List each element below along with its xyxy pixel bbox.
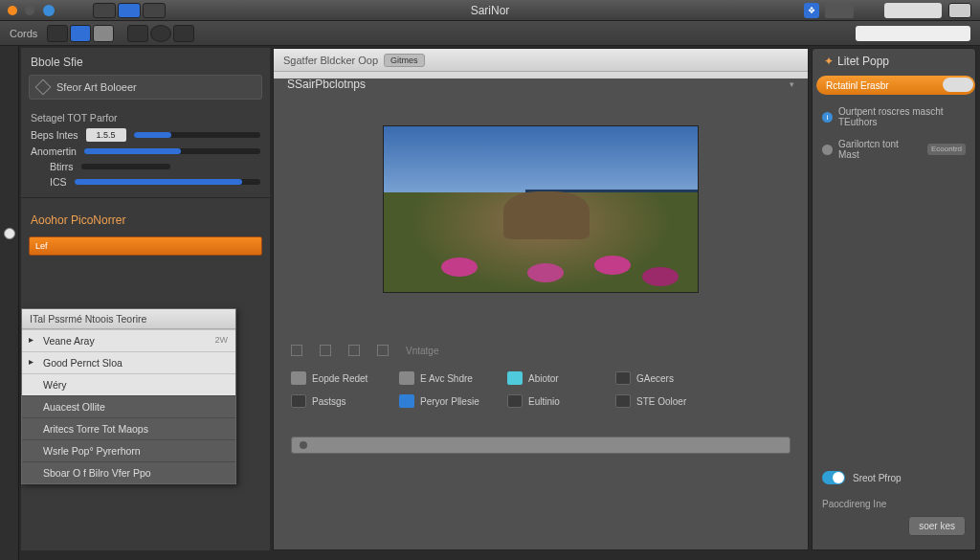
footer-text: Paocdireng Ine	[822, 499, 886, 509]
option-label: Garilortcn tont Mast	[838, 139, 922, 160]
action-button[interactable]: Abiotor	[507, 371, 598, 385]
window-dot-icon	[25, 6, 34, 15]
action-icon	[507, 371, 523, 385]
action-button[interactable]: Eultinio	[507, 394, 598, 408]
switch-label: Sreot Pfrop	[853, 473, 902, 483]
action-button[interactable]: Eopde Redet	[291, 371, 382, 385]
action-label: Eultinio	[528, 396, 560, 407]
option-label: Ourtpent roscres mascht TEuthors	[838, 106, 966, 127]
param-label: ICS	[50, 176, 67, 188]
param-row: Btirrs	[21, 159, 270, 174]
field-label: Sfeor Art Boloeer	[56, 81, 137, 93]
view-mode-button[interactable]	[93, 3, 116, 18]
progress-bar[interactable]	[291, 437, 791, 454]
action-icon	[615, 371, 631, 385]
vertical-ruler	[0, 46, 19, 560]
collapse-icon[interactable]: ▾	[790, 79, 794, 89]
header-chip[interactable]: Gitmes	[384, 54, 425, 67]
dropdown-item[interactable]: Sboar O f Bilro Vfer Ppo	[22, 461, 235, 483]
action-icon	[507, 394, 523, 408]
tool-button[interactable]	[127, 25, 148, 42]
right-panel-header: ✦ Litet Popp	[813, 49, 975, 74]
option-chip[interactable]: Ecoontrd	[927, 144, 966, 155]
action-icon	[615, 394, 631, 408]
tool-icon[interactable]	[377, 345, 389, 356]
action-label: GAecers	[636, 373, 674, 384]
tag-label: Rctatinl Erasbr	[826, 80, 889, 91]
toolbar-label: Vntatge	[406, 346, 438, 356]
preview-image[interactable]	[383, 125, 699, 293]
dropdown-item[interactable]: Wéry	[22, 373, 235, 395]
action-button[interactable]: Peryor Pllesie	[399, 394, 490, 408]
param-row: Beps Intes 1.5.5	[21, 126, 270, 144]
dropdown-item[interactable]: Good Pernct Sloa	[22, 351, 235, 373]
param-label: Beps Intes	[31, 129, 78, 141]
dropdown-item[interactable]: Wsrle Pop° Pyrerhorn	[22, 439, 235, 461]
action-icon	[399, 394, 414, 408]
account-pill[interactable]	[884, 3, 942, 18]
value-box[interactable]: 1.5.5	[86, 128, 126, 142]
dropdown-menu: ITal Pssrmé Ntoois Teorire Veane Aray2WG…	[21, 308, 236, 484]
view-mode-button[interactable]	[143, 3, 166, 18]
tool-icon[interactable]	[348, 345, 360, 356]
center-header: Sgatfer Bldcker Oop Gitmes	[274, 49, 808, 72]
status-badge-icon[interactable]: ❖	[804, 3, 819, 18]
window-dot-icon	[8, 6, 17, 15]
param-label: Btirrs	[50, 161, 74, 172]
ruler-knob[interactable]	[4, 228, 15, 239]
action-label: Pastsgs	[312, 396, 346, 407]
dropdown-item[interactable]: Aritecs Torre Tot Maops	[22, 417, 235, 439]
param-row: Anomertin	[21, 144, 270, 159]
tool-button[interactable]	[93, 25, 114, 42]
tool-button[interactable]	[47, 25, 68, 42]
center-subheader: SSairPbclotnps ▾	[274, 72, 808, 97]
dot-icon	[822, 145, 833, 155]
action-button[interactable]: STE Ooloer	[615, 394, 706, 408]
tool-icon[interactable]	[291, 345, 302, 356]
preset-strip[interactable]: Lef	[29, 236, 262, 256]
action-button[interactable]: E Avc Shdre	[399, 371, 490, 385]
action-label: Peryor Pllesie	[420, 396, 479, 407]
tool-button[interactable]	[150, 25, 171, 42]
app-icon	[42, 4, 56, 17]
dropdown-item[interactable]: Veane Aray2W	[22, 329, 235, 351]
action-icon	[291, 371, 306, 385]
titlebar: SariNor ❖	[0, 0, 980, 21]
option-row: i Ourtpent roscres mascht TEuthors	[813, 101, 975, 133]
subheader-text: SSairPbclotnps	[287, 78, 366, 91]
toolbar-label: Cords	[0, 28, 47, 39]
header-text: Litet Popp	[837, 55, 889, 68]
tool-button[interactable]	[173, 25, 194, 42]
tool-button[interactable]	[70, 25, 91, 42]
app-title: SariNor	[471, 4, 510, 17]
action-label: Abiotor	[528, 373, 559, 384]
action-label: Eopde Redet	[312, 373, 368, 384]
view-mode-button[interactable]	[118, 3, 141, 18]
header-text: Sgatfer Bldcker Oop	[283, 55, 378, 66]
group-label: Setagel TOT Parfor	[21, 109, 270, 126]
sidebar-text-field[interactable]: Sfeor Art Boloeer	[29, 75, 262, 100]
slider[interactable]	[81, 164, 171, 169]
toggle-switch[interactable]	[822, 471, 845, 484]
preview-toolbar: Vntatge	[274, 312, 808, 362]
search-input[interactable]	[856, 26, 970, 41]
param-row: ICS	[21, 174, 270, 190]
menu-button[interactable]	[948, 3, 971, 18]
slider[interactable]	[134, 132, 260, 138]
edit-icon	[35, 79, 52, 96]
slider[interactable]	[75, 179, 260, 185]
right-panel-footer-row: Sreot Pfrop	[822, 471, 966, 484]
preset-tag[interactable]: Rctatinl Erasbr	[816, 76, 975, 95]
action-label: E Avc Shdre	[420, 373, 473, 384]
sidebar-section-title: Aoohor PicoNorrer	[21, 206, 270, 233]
apply-button[interactable]: soer kes	[908, 516, 966, 536]
tool-icon[interactable]	[320, 345, 331, 356]
dropdown-item[interactable]: Auacest Ollite	[22, 395, 235, 417]
action-button[interactable]: Pastsgs	[291, 394, 382, 408]
histogram-icon[interactable]	[825, 3, 854, 18]
toggle-pill[interactable]	[943, 78, 973, 92]
toolbar: Cords	[0, 21, 980, 46]
dropdown-header: ITal Pssrmé Ntoois Teorire	[22, 309, 235, 329]
action-button[interactable]: GAecers	[615, 371, 706, 385]
slider[interactable]	[84, 148, 260, 154]
